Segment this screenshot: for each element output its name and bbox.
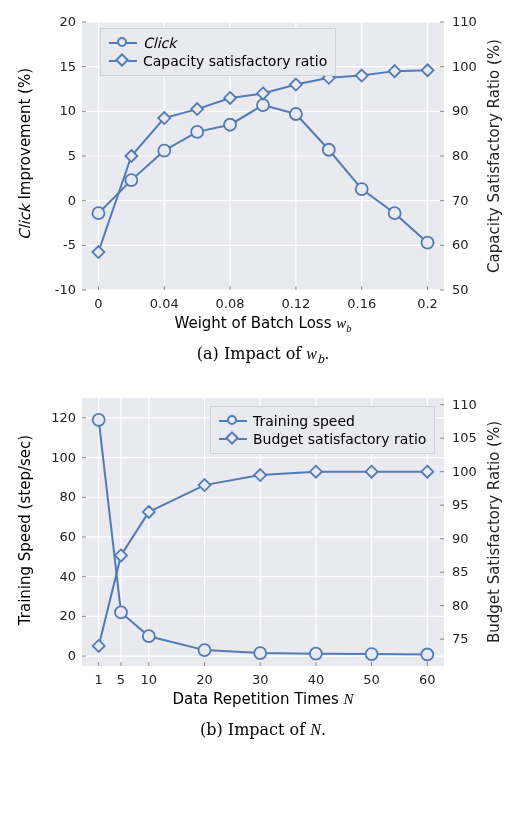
svg-text:20: 20: [196, 672, 213, 687]
svg-point-145: [366, 648, 378, 660]
svg-point-58: [224, 119, 236, 131]
svg-point-55: [125, 174, 137, 186]
svg-text:60: 60: [452, 237, 469, 252]
svg-point-61: [323, 144, 335, 156]
legend-row: Capacity satisfactory ratio: [109, 53, 327, 69]
chart-b: 0204060801001207580859095100105110151020…: [10, 386, 516, 739]
svg-point-143: [254, 647, 266, 659]
svg-text:50: 50: [363, 672, 380, 687]
svg-text:-5: -5: [63, 237, 76, 252]
legend-label: Click: [143, 35, 176, 51]
svg-point-141: [143, 630, 155, 642]
caption-a: (a) Impact of wb.: [10, 344, 516, 366]
svg-text:80: 80: [452, 148, 469, 163]
svg-text:40: 40: [308, 672, 325, 687]
legend-b: Training speed Budget satisfactory ratio: [210, 406, 435, 454]
svg-text:75: 75: [452, 631, 469, 646]
caption-b: (b) Impact of N.: [10, 720, 516, 739]
svg-point-64: [422, 237, 434, 249]
circle-icon: [109, 42, 137, 44]
svg-text:0: 0: [68, 648, 76, 663]
svg-text:20: 20: [59, 609, 76, 624]
svg-text:110: 110: [452, 14, 477, 29]
svg-text:20: 20: [59, 14, 76, 29]
svg-text:0.12: 0.12: [281, 296, 310, 311]
svg-text:30: 30: [252, 672, 269, 687]
legend-row: Click: [109, 35, 327, 51]
legend-row: Training speed: [219, 413, 426, 429]
svg-point-144: [310, 648, 322, 660]
svg-text:90: 90: [452, 531, 469, 546]
svg-point-54: [92, 207, 104, 219]
svg-point-63: [389, 207, 401, 219]
legend-label: Capacity satisfactory ratio: [143, 53, 327, 69]
svg-text:1: 1: [95, 672, 103, 687]
legend-row: Budget satisfactory ratio: [219, 431, 426, 447]
plot-area-a: -10-505101520506070809010011000.040.080.…: [10, 10, 516, 340]
svg-text:120: 120: [51, 410, 76, 425]
legend-label: Training speed: [253, 413, 355, 429]
svg-text:10: 10: [141, 672, 158, 687]
svg-text:100: 100: [51, 450, 76, 465]
plot-area-b: 0204060801001207580859095100105110151020…: [10, 386, 516, 716]
svg-point-142: [199, 644, 211, 656]
svg-text:40: 40: [59, 569, 76, 584]
svg-text:5: 5: [117, 672, 125, 687]
svg-text:85: 85: [452, 564, 469, 579]
svg-text:90: 90: [452, 103, 469, 118]
svg-text:0: 0: [68, 193, 76, 208]
svg-text:15: 15: [59, 59, 76, 74]
svg-text:Capacity Satisfactory Ratio (%: Capacity Satisfactory Ratio (%): [485, 39, 503, 273]
svg-text:80: 80: [452, 598, 469, 613]
svg-point-146: [421, 649, 433, 661]
svg-text:50: 50: [452, 282, 469, 297]
svg-point-59: [257, 99, 269, 111]
svg-text:0: 0: [94, 296, 102, 311]
svg-point-139: [93, 414, 105, 426]
svg-text:-10: -10: [55, 282, 76, 297]
svg-text:95: 95: [452, 497, 469, 512]
svg-text:110: 110: [452, 397, 477, 412]
svg-point-57: [191, 126, 203, 138]
svg-text:5: 5: [68, 148, 76, 163]
svg-text:10: 10: [59, 103, 76, 118]
svg-point-60: [290, 108, 302, 120]
legend-a: Click Capacity satisfactory ratio: [100, 28, 336, 76]
diamond-icon: [109, 60, 137, 62]
legend-label: Budget satisfactory ratio: [253, 431, 426, 447]
svg-text:60: 60: [419, 672, 436, 687]
chart-a: -10-505101520506070809010011000.040.080.…: [10, 10, 516, 366]
svg-text:0.16: 0.16: [347, 296, 376, 311]
svg-text:100: 100: [452, 59, 477, 74]
svg-text:100: 100: [452, 464, 477, 479]
svg-text:70: 70: [452, 193, 469, 208]
svg-text:Budget Satisfactory Ratio (%): Budget Satisfactory Ratio (%): [485, 421, 503, 643]
svg-point-140: [115, 607, 127, 619]
svg-point-56: [158, 145, 170, 157]
svg-text:0.08: 0.08: [216, 296, 245, 311]
svg-text:105: 105: [452, 430, 477, 445]
svg-text:80: 80: [59, 489, 76, 504]
svg-point-62: [356, 183, 368, 195]
circle-icon: [219, 420, 247, 422]
diamond-icon: [219, 438, 247, 440]
svg-text:0.2: 0.2: [417, 296, 438, 311]
svg-text:0.04: 0.04: [150, 296, 179, 311]
svg-text:60: 60: [59, 529, 76, 544]
